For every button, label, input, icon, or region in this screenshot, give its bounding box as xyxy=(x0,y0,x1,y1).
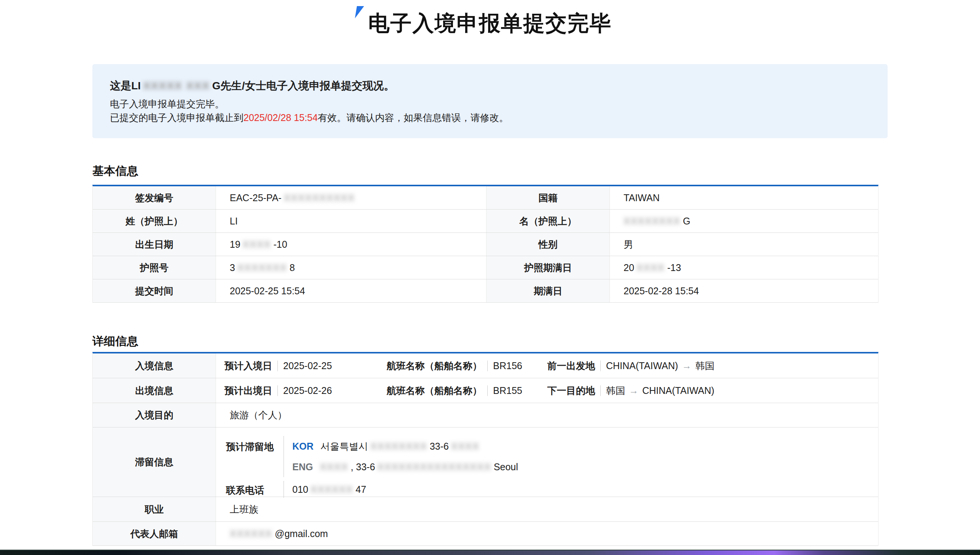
row-label: 滞留信息 xyxy=(93,428,216,497)
redacted-value: XXXXXXX xyxy=(237,262,287,273)
row-label: 期满日 xyxy=(487,279,610,302)
value-text: G xyxy=(683,216,690,227)
redacted-address: XXXXXXXXXXXXXXXX xyxy=(377,461,492,473)
field-value: BR156 xyxy=(493,360,522,371)
redacted-value: XXXX xyxy=(243,239,271,250)
field-value: , 33-6 xyxy=(351,461,375,473)
redacted-value: XXXX xyxy=(637,262,665,273)
stay-info-row: 滞留信息 预计滞留地 KOR서울특별시XXXXXXXX33-6XXXX ENGX… xyxy=(93,428,878,497)
route-arrow-icon: → xyxy=(682,360,691,371)
notice-box: 这是LIXXXXX XXXG先生/女士电子入境申报单提交现况。 电子入境申报单提… xyxy=(92,64,888,138)
row-value: LI xyxy=(216,210,487,232)
value-text: 3 xyxy=(230,262,235,273)
row-value: EAC-25-PA-XXXXXXXXXX xyxy=(216,186,487,209)
notice-greeting: 这是LIXXXXX XXXG先生/女士电子入境申报单提交现况。 xyxy=(110,79,395,93)
deadline-date: 2025/02/28 15:54 xyxy=(243,112,318,123)
email-row: 代表人邮箱 XXXXXX@gmail.com xyxy=(93,522,878,546)
value-text: 男 xyxy=(624,238,633,251)
redacted-address: XXXX xyxy=(320,461,348,473)
value-text: -13 xyxy=(667,262,681,273)
field-divider xyxy=(487,361,488,371)
row-label: 入境目的 xyxy=(93,403,216,427)
value-text: 2025-02-25 15:54 xyxy=(230,286,305,297)
stay-address-group: 预计滞留地 KOR서울특별시XXXXXXXX33-6XXXX ENGXXXX, … xyxy=(226,436,878,477)
notice-status-line: 电子入境申报单提交完毕。 xyxy=(110,98,224,110)
row-label: 出境信息 xyxy=(93,378,216,403)
field-divider xyxy=(277,361,278,371)
field-value: 韩国 xyxy=(606,385,625,396)
row-label: 护照期满日 xyxy=(487,256,610,279)
value-text: 20 xyxy=(624,262,634,273)
value-text: LI xyxy=(230,216,238,227)
entry-info-row: 入境信息 预计入境日2025-02-25 航班名称（船舶名称）BR156 前一出… xyxy=(93,353,878,378)
field-label: 联系电话 xyxy=(226,481,284,498)
redacted-address: XXXXXXXX xyxy=(371,441,427,452)
field-label: 下一目的地 xyxy=(547,385,595,396)
entry-flight-field: 航班名称（船舶名称）BR156 xyxy=(387,360,522,372)
row-label: 签发编号 xyxy=(93,186,216,209)
stay-phone-content: 010XXXXXX47 xyxy=(284,481,366,498)
field-label: 航班名称（船舶名称） xyxy=(387,360,482,371)
row-label: 姓（护照上） xyxy=(93,210,216,232)
exit-info-row: 出境信息 预计出境日2025-02-26 航班名称（船舶名称）BR155 下一目… xyxy=(93,378,878,403)
value-text: 2025-02-28 15:54 xyxy=(624,286,699,297)
value-text: 8 xyxy=(290,262,295,273)
route-arrow-icon: → xyxy=(629,385,638,396)
basic-info-table: 签发编号 EAC-25-PA-XXXXXXXXXX 国籍 TAIWAN 姓（护照… xyxy=(92,185,878,303)
row-label: 职业 xyxy=(93,497,216,521)
value-text: 19 xyxy=(230,239,240,250)
value-text: TAIWAN xyxy=(624,192,659,203)
field-label: 预计入境日 xyxy=(224,360,272,371)
section-title-detail: 详细信息 xyxy=(92,334,138,349)
row-value: 旅游（个人） xyxy=(216,403,878,427)
row-value: 上班族 xyxy=(216,497,878,521)
field-value: 010 xyxy=(292,484,308,495)
field-value: 47 xyxy=(356,484,366,495)
field-label: 前一出发地 xyxy=(547,360,595,371)
row-value: 2025-02-25 15:54 xyxy=(216,279,487,302)
greeting-rest: 先生/女士电子入境申报单提交现况。 xyxy=(221,80,395,92)
field-divider xyxy=(600,361,601,371)
row-label: 名（护照上） xyxy=(487,210,610,232)
row-label: 提交时间 xyxy=(93,279,216,302)
field-value: @gmail.com xyxy=(275,528,328,539)
redacted-phone: XXXXXX xyxy=(311,484,353,495)
field-label: 航班名称（船舶名称） xyxy=(387,385,482,396)
row-label: 国籍 xyxy=(487,186,610,209)
stay-address-kor: KOR서울특별시XXXXXXXX33-6XXXX xyxy=(292,436,518,457)
stay-phone-group: 联系电话 010XXXXXX47 xyxy=(226,481,878,498)
row-label: 护照号 xyxy=(93,256,216,279)
table-row: 姓（护照上） LI 名（护照上） XXXXXXXXG xyxy=(93,210,878,233)
exit-date-field: 预计出境日2025-02-26 xyxy=(224,384,332,397)
row-value: 预计出境日2025-02-26 航班名称（船舶名称）BR155 下一目的地韩国→… xyxy=(216,378,878,403)
field-label: 预计出境日 xyxy=(224,385,272,396)
greeting-name-tail: G xyxy=(212,80,221,92)
table-row: 提交时间 2025-02-25 15:54 期满日 2025-02-28 15:… xyxy=(93,279,878,303)
field-value: 2025-02-25 xyxy=(283,360,332,371)
row-label: 入境信息 xyxy=(93,353,216,378)
redacted-email: XXXXXX xyxy=(230,528,272,539)
value-text: EAC-25-PA- xyxy=(230,192,282,203)
redacted-value: XXXXXXXXXX xyxy=(284,192,355,203)
page-title: 电子入境申报单提交完毕 xyxy=(0,9,980,38)
entry-date-field: 预计入境日2025-02-25 xyxy=(224,360,332,372)
exit-destination-field: 下一目的地韩国→CHINA(TAIWAN) xyxy=(547,384,714,397)
stay-address-eng: ENGXXXX, 33-6XXXXXXXXXXXXXXXXSeoul xyxy=(292,457,518,477)
redacted-name: XXXXX XXX xyxy=(143,80,210,92)
redacted-address: XXXX xyxy=(451,441,480,452)
field-value: 2025-02-26 xyxy=(283,385,332,396)
row-value: 男 xyxy=(610,233,878,256)
row-value: 预计滞留地 KOR서울특별시XXXXXXXX33-6XXXX ENGXXXX, … xyxy=(216,428,878,497)
field-divider xyxy=(277,386,278,396)
field-value: 33-6 xyxy=(430,441,449,452)
row-value: 2025-02-28 15:54 xyxy=(610,279,878,302)
section-title-basic: 基本信息 xyxy=(92,163,138,179)
kor-tag: KOR xyxy=(292,441,314,452)
entry-origin-field: 前一出发地CHINA(TAIWAN)→韩国 xyxy=(547,360,714,372)
row-value: 3XXXXXXX8 xyxy=(216,256,487,279)
redacted-value: XXXXXXXX xyxy=(624,216,680,227)
job-row: 职业 上班族 xyxy=(93,497,878,522)
dock-bar xyxy=(0,550,980,555)
row-label: 性别 xyxy=(487,233,610,256)
eng-tag: ENG xyxy=(292,461,313,473)
